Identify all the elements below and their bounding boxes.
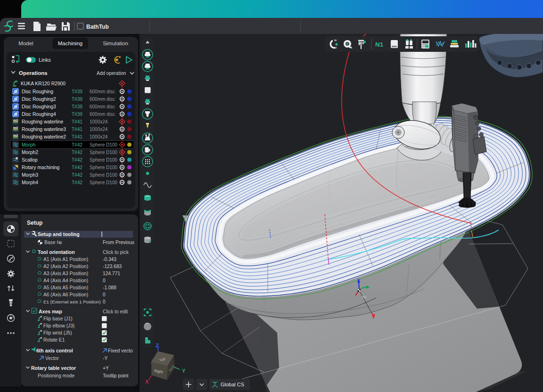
svg-text:T#41: T#41	[72, 127, 82, 132]
svg-text:-0.343: -0.343	[103, 257, 116, 262]
svg-text:Sphere D100: Sphere D100	[90, 142, 117, 147]
svg-text:T#42: T#42	[72, 165, 82, 170]
svg-text:T#42: T#42	[72, 180, 82, 185]
svg-text:Global CS: Global CS	[221, 382, 244, 387]
svg-text:Positioning mode: Positioning mode	[38, 373, 74, 378]
svg-text:A5 (Axis A5 Position): A5 (Axis A5 Position)	[43, 285, 88, 290]
svg-text:A3 (Axis A3 Position): A3 (Axis A3 Position)	[43, 271, 88, 276]
svg-text:Add operation: Add operation	[97, 71, 126, 76]
svg-text:600mm disc: 600mm disc	[90, 97, 115, 102]
svg-text:1000x24: 1000x24	[90, 127, 108, 132]
svg-text:BathTub: BathTub	[86, 24, 109, 30]
svg-text:1000x24: 1000x24	[90, 134, 108, 139]
svg-text:Disc Roughing: Disc Roughing	[22, 89, 53, 94]
svg-text:A2 (Axis A2 Position): A2 (Axis A2 Position)	[43, 264, 88, 269]
svg-text:E1 (External axis 1 Position): E1 (External axis 1 Position)	[43, 299, 101, 304]
svg-text:Roughing waterline2: Roughing waterline2	[22, 134, 66, 139]
svg-text:T#39: T#39	[72, 104, 82, 109]
svg-text:Morph2: Morph2	[22, 150, 38, 155]
svg-text:Sphere D100: Sphere D100	[90, 172, 117, 178]
svg-text:KUKA KR120 R2900: KUKA KR120 R2900	[21, 81, 66, 86]
svg-text:T#39: T#39	[72, 89, 82, 94]
svg-text:Rotate E1: Rotate E1	[43, 337, 65, 343]
svg-text:A6 (Axis A6 Position): A6 (Axis A6 Position)	[43, 292, 88, 297]
svg-text:124.771: 124.771	[103, 271, 120, 276]
svg-text:A1 (Axis A1 Position): A1 (Axis A1 Position)	[43, 257, 88, 262]
svg-text:Disc Roughing2: Disc Roughing2	[22, 97, 56, 102]
svg-text:N1: N1	[375, 41, 384, 48]
svg-text:600mm disc: 600mm disc	[90, 89, 115, 94]
svg-text:Roughing waterline: Roughing waterline	[22, 119, 63, 124]
svg-text:Sphere D100: Sphere D100	[90, 150, 117, 155]
svg-text:Flip wrist (J5): Flip wrist (J5)	[43, 330, 72, 335]
svg-text:1000x24: 1000x24	[90, 119, 108, 124]
svg-text:Vector: Vector	[45, 356, 59, 361]
svg-text:T#42: T#42	[72, 157, 82, 163]
svg-text:Flip elbow (J3): Flip elbow (J3)	[43, 323, 74, 328]
svg-text:T#39: T#39	[72, 112, 82, 117]
svg-text:Morph: Morph	[22, 142, 35, 147]
svg-text:Scallop: Scallop	[22, 157, 38, 163]
svg-text:Disc Roughing3: Disc Roughing3	[22, 104, 56, 109]
svg-text:Setup and tooling: Setup and tooling	[38, 231, 80, 237]
svg-text:Sphere D100: Sphere D100	[90, 165, 117, 170]
svg-text:From Previous: From Previous	[103, 240, 134, 245]
svg-text:0: 0	[103, 278, 106, 283]
svg-text:T#42: T#42	[72, 172, 82, 178]
svg-text:0: 0	[103, 299, 106, 304]
svg-text:0: 0	[103, 292, 106, 297]
svg-text:6th axis control: 6th axis control	[36, 348, 73, 353]
svg-text:+Y: +Y	[103, 366, 109, 371]
svg-text:-1.088: -1.088	[103, 285, 116, 290]
svg-text:Fixed vecto: Fixed vecto	[108, 348, 133, 353]
svg-text:Disc Roughing4: Disc Roughing4	[22, 112, 56, 117]
svg-text:T#41: T#41	[72, 134, 82, 139]
svg-text:Sphere D100: Sphere D100	[90, 180, 117, 185]
svg-text:T#42: T#42	[72, 150, 82, 155]
svg-text:Click to edit: Click to edit	[103, 309, 128, 314]
svg-text:T#42: T#42	[72, 142, 82, 147]
svg-text:Base №: Base №	[44, 240, 62, 245]
svg-text:Rotary machining: Rotary machining	[22, 165, 59, 170]
svg-text:Sphere D100: Sphere D100	[90, 157, 117, 163]
svg-text:Tool orientation: Tool orientation	[38, 249, 75, 255]
svg-text:Axes map: Axes map	[39, 309, 62, 314]
svg-text:Operations: Operations	[19, 70, 48, 76]
svg-text:A4 (Axis A4 Position): A4 (Axis A4 Position)	[43, 278, 88, 283]
svg-text:Links: Links	[39, 57, 51, 63]
svg-text:Tooltip point: Tooltip point	[103, 373, 129, 378]
svg-text:-123.683: -123.683	[103, 264, 122, 269]
svg-text:600mm disc: 600mm disc	[90, 104, 115, 109]
svg-text:T#41: T#41	[72, 119, 82, 124]
svg-text:Flip base (J1): Flip base (J1)	[43, 316, 73, 321]
svg-text:600mm disc: 600mm disc	[90, 112, 115, 117]
svg-text:Click to pick: Click to pick	[103, 250, 129, 255]
svg-text:Roughing waterline3: Roughing waterline3	[22, 127, 66, 132]
svg-text:-Y: -Y	[103, 356, 107, 361]
svg-text:T#39: T#39	[72, 97, 82, 102]
svg-text:Morph4: Morph4	[22, 180, 38, 185]
svg-text:Morph3: Morph3	[22, 172, 38, 178]
svg-text:Rotary table vector: Rotary table vector	[31, 365, 76, 371]
